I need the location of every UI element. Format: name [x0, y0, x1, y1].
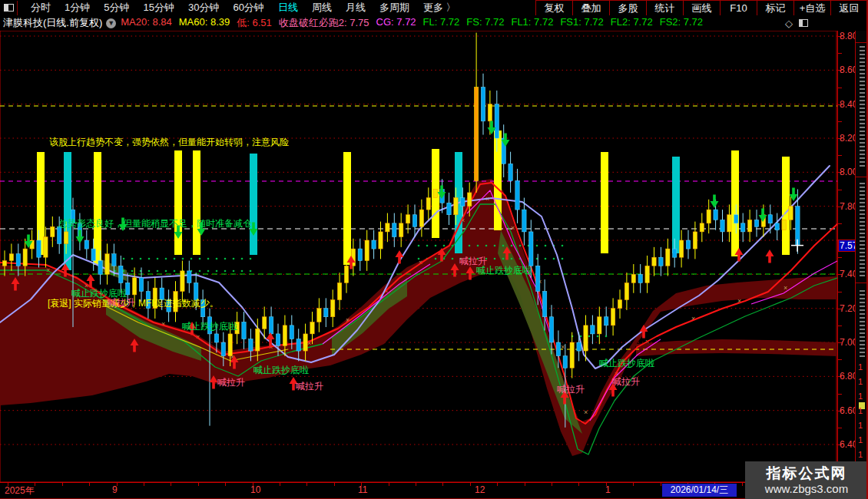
indicator-value: FL2: 7.72 [611, 16, 653, 30]
candlestick-chart-canvas[interactable]: ×××××××××××××××××××××× [0, 0, 837, 499]
indicator-info-bar: 津膜科技(日线.前复权) ▼ MA20: 8.84MA60: 8.39低: 6.… [0, 15, 868, 31]
toolbar-button[interactable]: 叠加 [572, 0, 609, 16]
indicator-value: 收盘破红必跑2: 7.75 [279, 16, 369, 30]
indicator-value: MA60: 8.39 [179, 16, 230, 30]
time-axis-label: 11 [358, 484, 367, 495]
time-axis-label: 1 [605, 484, 611, 495]
price-axis: 8.808.608.408.208.007.807.407.207.006.80… [837, 31, 856, 482]
toolbar-button[interactable]: F10 [720, 0, 757, 16]
toolbar-button[interactable]: +自选 [793, 0, 830, 16]
chart-annotation-text: 喊止跌抄底啦 [253, 364, 309, 377]
indicator-value: CG: 7.72 [376, 16, 416, 30]
toolbar-button[interactable]: 多股 [609, 0, 646, 16]
panel-layout-icon [4, 4, 14, 12]
chart-annotation-text: 喊止跌抄底啦 [182, 320, 237, 333]
symbol-title: 津膜科技(日线.前复权) [3, 16, 102, 30]
period-tab[interactable]: 1分钟 [58, 0, 97, 16]
period-tab[interactable]: 多周期 [373, 0, 416, 16]
chart-annotation-text: 喊拉升 [217, 376, 245, 389]
indicator-value: FL: 7.72 [423, 16, 460, 30]
toolbar-button[interactable]: 复权 [535, 0, 572, 16]
indicator-value: 低: 6.51 [237, 16, 272, 30]
period-tab[interactable]: 月线 [339, 0, 373, 16]
diamond-icon[interactable]: ◇ [785, 18, 793, 29]
split-view-icon[interactable] [799, 19, 808, 27]
band-texture-mark: × [161, 320, 165, 328]
indicator-values: MA20: 8.84MA60: 8.39低: 6.51收盘破红必跑2: 7.75… [121, 16, 703, 30]
time-axis-label: 10 [250, 484, 260, 495]
watermark-url: www.zbgs3.com [765, 482, 848, 496]
chart-annotation-text: 喊拉升 [612, 375, 640, 388]
band-texture-mark: × [584, 408, 588, 416]
watermark-title: 指标公式网 [767, 465, 847, 482]
indicator-value: FS: 7.72 [466, 16, 504, 30]
period-tab[interactable]: 30分钟 [181, 0, 226, 16]
band-texture-mark: × [511, 224, 515, 232]
toolbar-buttons: 复权叠加多股统计画线F10标记+自选返回 [535, 0, 868, 15]
time-axis-label: 9 [112, 484, 118, 495]
chart-annotation-text: 喊止跌抄底啦 [599, 357, 654, 370]
time-axis-label: 2025年 [5, 484, 35, 497]
chart-annotation-text: 喊拉升 [108, 296, 135, 309]
chart-annotation-text: 喊拉升 [557, 383, 585, 396]
time-axis: 2025年910111212026/01/14/三 [0, 482, 855, 499]
period-tab[interactable]: 更多 〉 [416, 0, 463, 16]
indicator-value: FS2: 7.72 [660, 16, 703, 30]
window-panel-toggle[interactable] [0, 1, 18, 15]
toolbar-button[interactable]: 标记 [757, 0, 793, 16]
last-price-badge: 7.57 [838, 240, 856, 252]
toolbar-button[interactable]: 画线 [683, 0, 720, 16]
chart-annotation-text: 喊拉升 [296, 380, 323, 393]
indicator-value: FL1: 7.72 [511, 16, 553, 30]
top-toolbar: 分时1分钟5分钟15分钟30分钟60分钟日线周线月线多周期更多 〉 复权叠加多股… [0, 0, 868, 16]
period-tab[interactable]: 日线 [271, 0, 305, 16]
chevron-down-icon[interactable]: ▼ [106, 18, 116, 28]
chart-annotation-text: 该股上行趋势不变，强势依然，但量能开始转弱，注意风险 [49, 136, 289, 149]
period-tab[interactable]: 15分钟 [136, 0, 181, 16]
current-date-badge: 2026/01/14/三 [662, 484, 737, 497]
chart-annotation-text: 喊止跌抄底啦 [476, 264, 532, 277]
period-tab[interactable]: 周线 [305, 0, 339, 16]
app-window: { "topbar": { "tabs": ["分时","1分钟","5分钟",… [0, 0, 868, 499]
toolbar-button[interactable]: 统计 [646, 0, 683, 16]
toolbar-button[interactable]: 返回 [830, 0, 868, 16]
indicator-value: FS1: 7.72 [560, 16, 603, 30]
time-axis-label: 12 [475, 484, 485, 495]
watermark-box: 指标公式网 www.zbgs3.com [745, 461, 868, 499]
indicator-value: MA20: 8.84 [121, 16, 172, 30]
period-tab[interactable]: 分时 [24, 0, 58, 16]
period-tabs: 分时1分钟5分钟15分钟30分钟60分钟日线周线月线多周期更多 〉 [24, 0, 463, 16]
chart-annotation-text: 总势形态良好，但量能稍显不足，随时准备减仓 [58, 217, 252, 230]
period-tab[interactable]: 60分钟 [226, 0, 270, 16]
period-tab[interactable]: 5分钟 [97, 0, 136, 16]
